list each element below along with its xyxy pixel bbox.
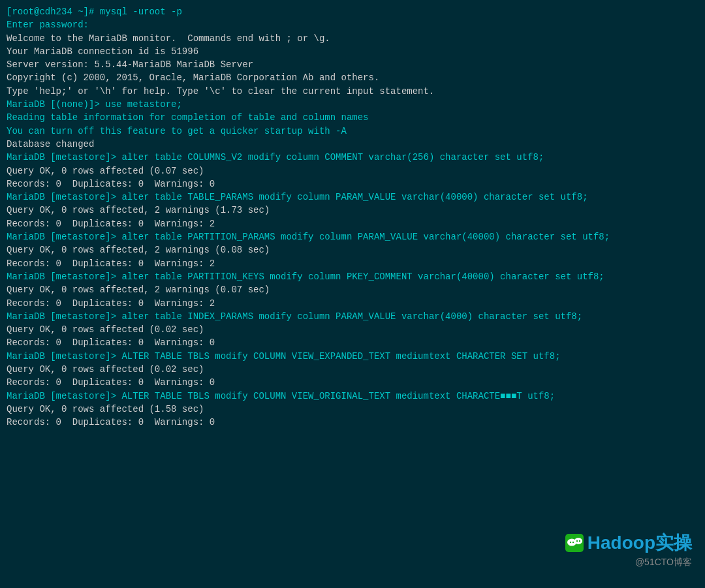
terminal-line: MariaDB [metastore]> alter table COLUMNS… <box>7 151 698 164</box>
svg-point-4 <box>572 542 574 543</box>
svg-point-5 <box>576 540 578 542</box>
terminal-line: Records: 0 Duplicates: 0 Warnings: 0 <box>7 376 698 389</box>
terminal-line: You can turn off this feature to get a q… <box>7 125 698 138</box>
terminal-line: Database changed <box>7 138 698 151</box>
terminal-line: Query OK, 0 rows affected, 2 warnings (1… <box>7 204 698 217</box>
terminal-line: Records: 0 Duplicates: 0 Warnings: 2 <box>7 257 698 270</box>
terminal-line: Records: 0 Duplicates: 0 Warnings: 0 <box>7 178 698 191</box>
terminal-line: Records: 0 Duplicates: 0 Warnings: 2 <box>7 297 698 310</box>
svg-point-3 <box>570 542 571 543</box>
terminal-line: MariaDB [metastore]> ALTER TABLE TBLS mo… <box>7 390 698 403</box>
terminal-line: [root@cdh234 ~]# mysql -uroot -p <box>7 5 698 18</box>
terminal-line: Welcome to the MariaDB monitor. Commands… <box>7 32 698 45</box>
terminal-line: Query OK, 0 rows affected (1.58 sec) <box>7 403 698 416</box>
terminal-line: Reading table information for completion… <box>7 111 698 124</box>
terminal-line: Query OK, 0 rows affected (0.02 sec) <box>7 363 698 376</box>
terminal-line: MariaDB [metastore]> alter table TABLE_P… <box>7 191 698 204</box>
terminal-line: Your MariaDB connection id is 51996 <box>7 45 698 58</box>
watermark-title: Hadoop实操 <box>588 531 692 555</box>
watermark-blog: @51CTO博客 <box>635 557 692 568</box>
terminal-line: Type 'help;' or '\h' for help. Type '\c'… <box>7 85 698 98</box>
terminal-line: Records: 0 Duplicates: 0 Warnings: 2 <box>7 217 698 230</box>
wechat-icon <box>565 534 584 552</box>
terminal-line: Query OK, 0 rows affected, 2 warnings (0… <box>7 283 698 296</box>
terminal-line: MariaDB [metastore]> alter table PARTITI… <box>7 270 698 283</box>
terminal-line: Records: 0 Duplicates: 0 Warnings: 0 <box>7 336 698 349</box>
terminal-window: [root@cdh234 ~]# mysql -uroot -pEnter pa… <box>0 0 705 588</box>
terminal-line: Server version: 5.5.44-MariaDB MariaDB S… <box>7 58 698 71</box>
terminal-line: Copyright (c) 2000, 2015, Oracle, MariaD… <box>7 71 698 84</box>
terminal-line: Enter password: <box>7 18 698 31</box>
terminal-line: MariaDB [metastore]> alter table INDEX_P… <box>7 310 698 323</box>
terminal-line: MariaDB [metastore]> ALTER TABLE TBLS mo… <box>7 350 698 363</box>
terminal-line: Query OK, 0 rows affected (0.02 sec) <box>7 323 698 336</box>
terminal-line: Records: 0 Duplicates: 0 Warnings: 0 <box>7 416 698 429</box>
terminal-line: Query OK, 0 rows affected (0.07 sec) <box>7 164 698 178</box>
watermark: Hadoop实操 @51CTO博客 <box>565 531 692 568</box>
svg-point-6 <box>579 540 580 542</box>
svg-point-2 <box>574 538 582 544</box>
terminal-line: Query OK, 0 rows affected, 2 warnings (0… <box>7 243 698 256</box>
terminal-line: MariaDB [(none)]> use metastore; <box>7 98 698 111</box>
terminal-line: MariaDB [metastore]> alter table PARTITI… <box>7 230 698 243</box>
